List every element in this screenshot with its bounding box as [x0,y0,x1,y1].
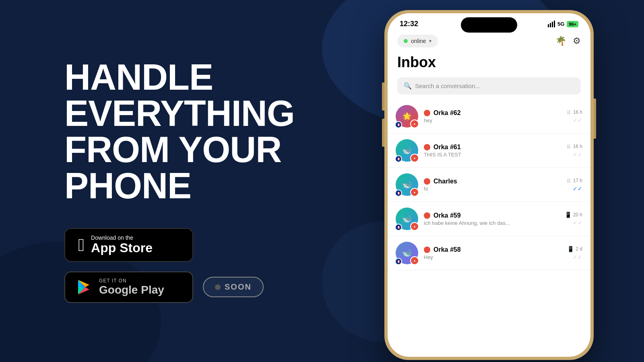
phone-power-button [594,99,596,139]
app-store-button[interactable]:  Download on the App Store [64,228,193,261]
conversation-preview: Hey [424,254,561,260]
app-header: online ▾ 🌴 ⚙ [388,31,590,52]
phone-volume-down-button [382,119,384,147]
avatar-wrapper: 🐋 ● 🇫🇷 [396,208,418,230]
conversation-meta: 🖥 16 h ✓✓ [566,109,582,123]
google-play-button[interactable]: GET IT ON Google Play [64,272,193,303]
conversation-time: 📱 20 h [565,212,582,218]
avatar-wrapper: 🐋 ● 🇫🇷 [396,242,418,264]
conversation-name: Orka #58 [424,246,561,253]
headline-line3: FROM YOUR [64,130,281,170]
google-play-text: GET IT ON Google Play [99,278,164,296]
conversation-preview: hi [424,186,560,192]
conversation-preview: ich habe keine Ahnung, wie ich das... [424,220,559,226]
avatar-wrapper: 🌟 ● 🇫🇷 [396,105,418,128]
soon-dot-icon [215,284,221,290]
conversation-time-text: 2 d [576,246,582,252]
desktop-icon: 🖥 [566,109,572,115]
conversation-content: Orka #58 Hey [424,246,561,260]
conversation-time-text: 17 h [573,178,582,183]
conversation-preview: THIS IS A TEST [424,152,560,158]
search-bar[interactable]: 🔍 Search a conversation... [397,77,581,95]
conversation-list: 🌟 ● 🇫🇷 Orka #62 [388,99,590,357]
conversation-meta: 🖥 16 h ✓✓ [566,143,582,158]
channel-badge: ● [410,256,419,265]
channel-icon-small [424,178,430,185]
conversation-name: Orka #61 [424,144,560,151]
online-dot-icon [404,39,408,43]
page-wrapper: HANDLE EVERYTHING FROM YOUR PHONE  Down… [0,0,644,362]
inbox-title: Inbox [388,52,590,77]
svg-text:🐋: 🐋 [402,145,412,155]
search-placeholder-text: Search a conversation... [415,82,480,89]
desktop-icon: 🖥 [566,143,572,150]
channel-badge: ● [410,119,419,128]
google-play-icon [75,278,93,296]
conversation-content: Orka #59 ich habe keine Ahnung, wie ich … [424,212,559,226]
conversation-name-text: Orka #61 [433,144,461,151]
soon-badge: SOON [203,277,264,297]
conversation-content: Orka #61 THIS IS A TEST [424,144,560,158]
conversation-meta: 🖥 17 h ✓✓ [566,177,582,192]
battery-indicator: 96+ [567,21,578,27]
signal-bar-2 [550,23,551,27]
read-status-icon: ✓✓ [573,185,582,192]
conversation-name-text: Orka #62 [433,109,461,117]
conversation-time: 📱 2 d [567,246,582,252]
google-play-row: GET IT ON Google Play SOON [64,272,264,303]
conversation-item[interactable]: 🐋 ● 🇫🇷 Charles [388,168,590,202]
conversation-content: Orka #62 hey [424,109,560,123]
store-buttons:  Download on the App Store [64,228,302,302]
google-play-small-text: GET IT ON [99,278,164,284]
conversation-time-text: 20 h [573,212,582,218]
conversation-meta: 📱 20 h ✓✓ [565,212,582,226]
svg-text:🐋: 🐋 [402,214,412,223]
dynamic-island [461,17,517,33]
google-play-big-text: Google Play [99,284,164,296]
channel-icon-small [424,144,430,150]
palm-tree-icon[interactable]: 🌴 [555,36,566,46]
avatar-wrapper: 🐋 ● 🇫🇷 [396,173,418,196]
phone-frame: 12:32 5G 96+ [384,10,594,360]
conversation-time: 🖥 16 h [566,143,582,150]
read-status-icon: ✓✓ [573,254,582,260]
chevron-down-icon: ▾ [429,38,431,44]
svg-text:🐋: 🐋 [402,179,412,189]
right-panel: 12:32 5G 96+ [334,0,644,362]
phone-screen: 12:32 5G 96+ [388,13,590,357]
svg-text:🌟: 🌟 [402,112,412,121]
read-status-icon: ✓✓ [573,220,582,226]
signal-bar-3 [552,22,553,27]
country-flag: 🇫🇷 [395,258,402,265]
conversation-time: 🖥 16 h [566,109,582,115]
conversation-name-text: Orka #58 [433,246,461,253]
conversation-item[interactable]: 🐋 ● 🇫🇷 Orka #58 [388,236,590,270]
filter-icon[interactable]: ⚙ [573,36,581,46]
network-type: 5G [557,21,564,27]
app-store-text: Download on the App Store [91,234,153,255]
headline-line1: HANDLE [64,57,213,97]
search-icon: 🔍 [404,82,412,90]
conversation-name: Charles [424,178,560,185]
conversation-item[interactable]: 🐋 ● 🇫🇷 Orka #59 [388,202,590,236]
channel-icon-small [424,247,430,253]
online-status-badge[interactable]: online ▾ [397,35,438,47]
conversation-item[interactable]: 🌟 ● 🇫🇷 Orka #62 [388,99,590,134]
conversation-item[interactable]: 🐋 ● 🇫🇷 Orka #61 [388,134,590,168]
headline-line2: EVERYTHING [64,93,295,134]
desktop-icon: 🖥 [566,177,572,184]
read-status-icon: ✓✓ [573,117,582,123]
channel-badge: ● [410,222,419,231]
status-right: 5G 96+ [548,21,578,27]
country-flag: 🇫🇷 [395,155,402,162]
conversation-time: 🖥 17 h [566,177,582,184]
app-store-big-text: App Store [91,241,153,255]
conversation-name: Orka #59 [424,212,559,219]
country-flag: 🇫🇷 [395,121,402,128]
svg-text:🐋: 🐋 [402,248,412,257]
conversation-preview: hey [424,117,560,123]
channel-badge: ● [410,154,419,162]
status-bar: 12:32 5G 96+ [388,13,590,31]
mobile-icon: 📱 [567,246,574,252]
headline-line4: PHONE [64,166,191,206]
